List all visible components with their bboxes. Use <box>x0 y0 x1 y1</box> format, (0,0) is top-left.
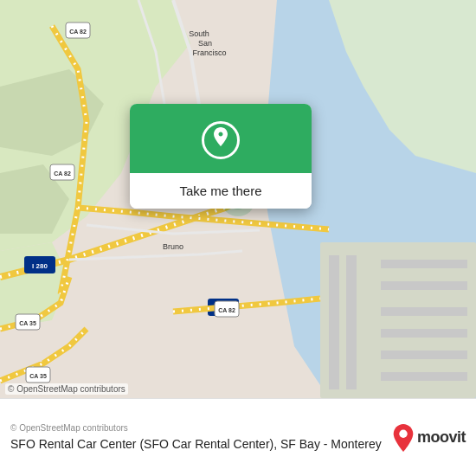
map-container: I 280 I 280 South San Francisco <box>0 0 476 398</box>
svg-text:CA 82: CA 82 <box>69 29 87 35</box>
bottom-bar: © OpenStreetMap contributors SFO Rental … <box>0 398 476 476</box>
svg-rect-9 <box>381 372 467 381</box>
bottom-info: © OpenStreetMap contributors SFO Rental … <box>10 423 383 452</box>
svg-text:CA 82: CA 82 <box>218 307 235 313</box>
moovit-pin-icon <box>391 424 415 452</box>
copyright-text: © OpenStreetMap contributors <box>10 423 383 433</box>
svg-text:CA 35: CA 35 <box>19 320 36 326</box>
popup-green-section <box>130 104 312 173</box>
svg-rect-8 <box>381 351 467 359</box>
svg-text:Bruno: Bruno <box>163 242 183 251</box>
svg-text:I 280: I 280 <box>32 262 48 270</box>
svg-rect-5 <box>381 281 467 290</box>
svg-text:South: South <box>189 29 209 38</box>
svg-rect-4 <box>381 260 467 268</box>
svg-rect-7 <box>381 329 467 338</box>
location-icon-circle <box>202 121 240 159</box>
svg-point-30 <box>399 429 407 437</box>
svg-rect-6 <box>381 307 467 316</box>
svg-rect-3 <box>346 255 357 389</box>
location-pin-icon <box>211 127 230 153</box>
svg-text:CA 82: CA 82 <box>54 170 71 177</box>
svg-rect-2 <box>329 255 339 389</box>
svg-text:Francisco: Francisco <box>192 48 226 57</box>
moovit-logo[interactable]: moovit <box>391 424 466 452</box>
location-title: SFO Rental Car Center (SFO Car Rental Ce… <box>10 436 383 452</box>
svg-text:CA 35: CA 35 <box>29 373 47 379</box>
map-attribution: © OpenStreetMap contributors <box>5 383 128 395</box>
svg-text:San: San <box>198 39 212 48</box>
popup-card: Take me there <box>130 104 312 209</box>
moovit-text: moovit <box>417 428 466 447</box>
take-me-there-button[interactable]: Take me there <box>130 173 312 209</box>
